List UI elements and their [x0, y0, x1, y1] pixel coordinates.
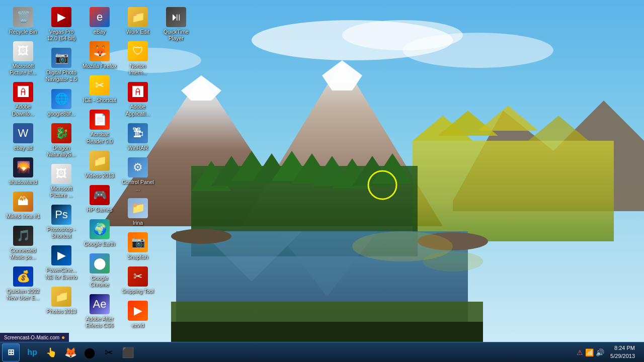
desktop-icon-winrar[interactable]: 🗜WinRAR: [120, 121, 156, 153]
icon-graphic-digital-photo: 📷: [51, 48, 71, 68]
icon-label-norton: Norton Intern...: [121, 63, 155, 76]
icon-graphic-google-chrome: ⬤: [90, 253, 110, 274]
desktop-icon-recycle-bin[interactable]: 🗑️Recycle Bin: [5, 5, 41, 37]
icon-graphic-snapfish: 📷: [128, 232, 148, 252]
desktop-icon-snapfish[interactable]: 📷Snapfish: [120, 230, 156, 262]
desktop-icon-irina[interactable]: 📁Irina: [120, 196, 156, 228]
taskbar: ⊞ hp 👆 🦊 ⬤ ✂ ⬛ ⚠ 📶 🔊 8:24 PM 5/29/2013: [0, 342, 644, 362]
icon-label-recycle-bin: Recycle Bin: [9, 29, 37, 35]
desktop-icon-ms-picture2[interactable]: 🖼Microsoft Picture ...: [43, 162, 79, 201]
icon-label-google8bf: google8bf...: [48, 111, 75, 117]
desktop-icon-acrobat[interactable]: 📄Acrobat Reader 5.0: [82, 108, 118, 146]
desktop-icon-adobe-downlo[interactable]: 🅰Adobe Downlo...: [5, 80, 41, 119]
icon-label-adobe-ae: Adobe After Effects CS6: [83, 316, 117, 329]
clock-date: 5/29/2013: [610, 352, 635, 360]
icon-label-videos-2013: Videos 2013: [85, 172, 114, 179]
icon-label-ice-shortcut: ICE - Shortcut: [83, 97, 116, 104]
icon-graphic-ms-picture-it: 🖼: [13, 41, 33, 61]
icon-graphic-snipping-tool: ✂: [128, 266, 148, 287]
icon-label-quicktime: QuickTime Player: [159, 29, 193, 42]
desktop-icon-ms-picture-it[interactable]: 🖼Microsoft Picture It!...: [5, 39, 41, 78]
icon-graphic-winrar: 🗜: [128, 123, 148, 143]
desktop-icon-photoshop[interactable]: PsPhotoshop - Shortcut: [43, 203, 79, 241]
icon-graphic-google8bf: 🌐: [51, 89, 71, 109]
desktop-icon-adobe-appli[interactable]: 🅰Adobe Applicati...: [120, 80, 156, 119]
icon-graphic-hp-games: 🎮: [90, 185, 110, 205]
desktop-icon-dragon[interactable]: 🐉Dragon NaturallyS...: [43, 121, 79, 160]
desktop-icon-hp-games[interactable]: 🎮HP Games: [82, 183, 118, 215]
icon-label-photos-2013: Photos 2013: [47, 308, 76, 315]
desktop-icon-ebay-ad[interactable]: Webay ad: [5, 121, 41, 153]
icon-label-control-panel: Control Panel ...: [121, 179, 155, 192]
desktop-icon-powercine[interactable]: ▶PowerCine... NE for Everio: [43, 243, 79, 282]
desktop-icon-connected-music[interactable]: 🎵Connected Music po...: [5, 224, 41, 262]
desktop-icon-vegas-pro[interactable]: ▶Vegas Pro 12.0 (64-bit): [43, 5, 79, 44]
icon-label-photoshop: Photoshop - Shortcut: [44, 226, 78, 239]
icon-label-ms-picture2: Microsoft Picture ...: [44, 186, 78, 199]
icon-graphic-shadowland: 🌄: [13, 157, 33, 177]
desktop-icon-quicktime[interactable]: ⏯QuickTime Player: [158, 5, 194, 44]
desktop-icon-ebay[interactable]: eeBay: [82, 5, 118, 37]
icon-graphic-ezvid: ▶: [128, 301, 148, 321]
start-button[interactable]: ⊞: [2, 343, 20, 361]
desktop-icon-snipping-tool[interactable]: ✂Snipping Tool: [120, 264, 156, 297]
icon-label-mike-irina: Mike& Irina #1: [6, 213, 40, 220]
icon-graphic-control-panel: ⚙: [128, 157, 148, 177]
icon-graphic-adobe-downlo: 🅰: [13, 82, 33, 102]
taskbar-hp-icon[interactable]: hp: [24, 344, 41, 361]
icon-graphic-mozilla-firefox: 🦊: [90, 41, 110, 61]
icon-label-adobe-downlo: Adobe Downlo...: [6, 104, 40, 117]
icon-label-vegas-pro: Vegas Pro 12.0 (64-bit): [44, 29, 78, 42]
icon-graphic-adobe-ae: Ae: [90, 294, 110, 314]
icon-label-snapfish: Snapfish: [128, 254, 148, 260]
icon-label-ezvid: ezvid: [132, 322, 144, 329]
taskbar-snip-icon[interactable]: ✂: [100, 344, 117, 361]
desktop-icon-videos-2013[interactable]: 📁Videos 2013: [82, 149, 118, 181]
desktop-icon-shadowland[interactable]: 🌄shadowland: [5, 155, 41, 188]
icon-graphic-dragon: 🐉: [51, 123, 71, 143]
desktop-icon-mozilla-firefox[interactable]: 🦊Mozilla Firefox: [82, 39, 118, 71]
desktop-icon-adobe-ae[interactable]: AeAdobe After Effects CS6: [82, 292, 118, 331]
desktop-icon-google-earth[interactable]: 🌍Google Earth: [82, 217, 118, 249]
desktop: 🗑️Recycle Bin🖼Microsoft Picture It!...🅰A…: [0, 0, 644, 362]
icon-graphic-norton: 🛡: [128, 41, 148, 61]
desktop-icon-work-edit[interactable]: 📁Work Edit: [120, 5, 156, 37]
icon-label-hp-games: HP Games: [87, 207, 112, 213]
icon-graphic-ms-picture2: 🖼: [51, 164, 71, 184]
icon-label-irina: Irina: [133, 220, 143, 226]
desktop-icon-ezvid[interactable]: ▶ezvid: [120, 299, 156, 331]
desktop-icon-google8bf[interactable]: 🌐google8bf...: [43, 87, 79, 119]
taskbar-chrome-icon[interactable]: ⬤: [81, 344, 98, 361]
icon-label-connected-music: Connected Music po...: [6, 247, 40, 260]
taskbar-firefox-icon[interactable]: 🦊: [62, 344, 79, 361]
taskbar-snip2-icon[interactable]: ⬛: [119, 344, 136, 361]
icon-graphic-irina: 📁: [128, 198, 148, 218]
desktop-icon-google-chrome[interactable]: ⬤Google Chrome: [82, 251, 118, 290]
icon-graphic-quicktime: ⏯: [166, 7, 186, 27]
icon-label-acrobat: Acrobat Reader 5.0: [83, 131, 117, 144]
icon-label-work-edit: Work Edit: [126, 29, 149, 35]
taskbar-touch-icon[interactable]: 👆: [43, 344, 60, 361]
desktop-icon-control-panel[interactable]: ⚙Control Panel ...: [120, 155, 156, 194]
icon-label-powercine: PowerCine... NE for Everio: [44, 267, 78, 280]
desktop-icon-norton[interactable]: 🛡Norton Intern...: [120, 39, 156, 78]
icon-graphic-vegas-pro: ▶: [51, 7, 71, 27]
desktop-icon-digital-photo[interactable]: 📷Digital Photo Navigator 1.5: [43, 46, 79, 84]
icon-label-ebay: eBay: [94, 29, 106, 35]
desktop-icons: 🗑️Recycle Bin🖼Microsoft Picture It!...🅰A…: [3, 3, 641, 344]
icon-graphic-recycle-bin: 🗑️: [13, 7, 33, 27]
clock-time: 8:24 PM: [610, 344, 635, 352]
icon-label-ebay-ad: ebay ad: [14, 145, 32, 151]
taskbar-right: ⚠ 📶 🔊 8:24 PM 5/29/2013: [573, 343, 642, 361]
desktop-icon-ice-shortcut[interactable]: ✂ICE - Shortcut: [82, 73, 118, 106]
systray: ⚠ 📶 🔊: [577, 348, 604, 356]
icon-graphic-acrobat: 📄: [90, 110, 110, 130]
icon-label-snipping-tool: Snipping Tool: [122, 288, 154, 295]
icon-label-winrar: WinRAR: [128, 145, 148, 151]
desktop-icon-photos-2013[interactable]: 📁Photos 2013: [43, 285, 79, 317]
icon-graphic-ebay-ad: W: [13, 123, 33, 143]
icon-graphic-photoshop: Ps: [51, 205, 71, 225]
desktop-icon-quicken-2002[interactable]: 💰Quicken 2002 New User E...: [5, 264, 41, 303]
desktop-icon-mike-irina[interactable]: 🏔Mike& Irina #1: [5, 190, 41, 222]
clock[interactable]: 8:24 PM 5/29/2013: [607, 343, 638, 361]
